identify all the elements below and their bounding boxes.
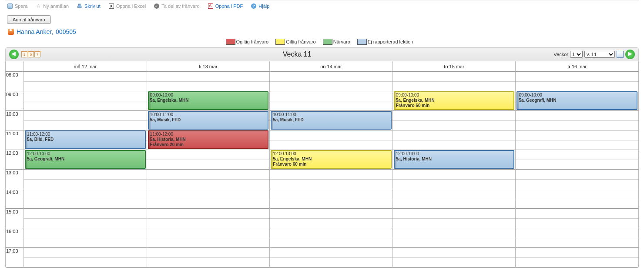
toolbar: Spara ☆ Ny anmälan 🖶 Skriv ut X Öppna i … — [5, 0, 639, 13]
day-link-tue[interactable]: ti 13 mar — [199, 64, 218, 69]
grid-row — [393, 219, 516, 229]
person-name: Hanna Anker, — [17, 28, 53, 35]
lesson-event[interactable]: 11:00-12:005a, Historia, MHNFrånvaro 20 … — [148, 130, 269, 149]
grid-row — [393, 121, 516, 131]
grid-row — [270, 248, 392, 258]
lesson-event[interactable]: 09:00-10:005a, Engelska, MHN — [148, 91, 269, 110]
grid-row — [24, 180, 147, 190]
time-slot: 09:00 — [6, 91, 23, 111]
grid-row — [270, 209, 392, 219]
legend-valid-label: Giltig frånvaro — [286, 39, 315, 44]
lesson-event[interactable]: 09:00-10:005a, Geografi, MHN — [517, 91, 637, 110]
grid-row — [393, 111, 516, 121]
open-pdf-label: Öppna i PDF — [215, 3, 243, 9]
help-icon: ? — [251, 3, 257, 9]
next-week-button[interactable]: ⯈ — [625, 50, 635, 59]
weeks-count-select[interactable]: 1 — [570, 51, 583, 58]
lesson-event[interactable]: 12:00-13:005a, Geografi, MHN — [25, 150, 146, 169]
day-link-mon[interactable]: må 12 mar — [74, 64, 97, 69]
save-icon — [7, 3, 13, 9]
grid-row — [24, 82, 147, 92]
open-excel-label: Öppna i Excel — [116, 3, 146, 9]
grid-row — [147, 189, 270, 199]
legend: Ogiltig frånvaro Giltig frånvaro Närvaro… — [5, 39, 639, 45]
check-icon: ✓ — [154, 3, 160, 9]
new-report-button[interactable]: ☆ Ny anmälan — [35, 3, 69, 9]
day-header-fri[interactable]: fr 16 mar — [516, 61, 638, 72]
mini-calendars: 1 5 7 — [21, 51, 40, 57]
person-icon — [8, 29, 14, 35]
grid-row — [24, 111, 147, 121]
open-pdf-button[interactable]: Öppna i PDF — [208, 3, 243, 9]
lesson-event[interactable]: 11:00-12:005a, Bild, FED — [25, 130, 146, 149]
day-header-wed[interactable]: on 14 mar — [270, 61, 393, 72]
print-icon: 🖶 — [77, 3, 83, 9]
print-button[interactable]: 🖶 Skriv ut — [77, 3, 101, 9]
grid-row — [147, 180, 270, 190]
grid-row — [516, 150, 638, 160]
swatch-red-icon — [226, 39, 235, 45]
grid-row — [516, 121, 638, 131]
calendar: må 12 mar ti 13 mar on 14 mar to 15 mar … — [5, 61, 639, 268]
week-select[interactable]: v. 11 — [584, 51, 615, 58]
time-slot: 16:00 — [6, 228, 23, 248]
grid-row — [270, 91, 392, 101]
lesson-event[interactable]: 12:00-13:005a, Engelska, MHNFrånvaro 60 … — [271, 150, 392, 169]
day-column-mon: 11:00-12:005a, Bild, FED12:00-13:005a, G… — [24, 72, 147, 267]
days-header: må 12 mar ti 13 mar on 14 mar to 15 mar … — [6, 61, 638, 72]
open-excel-button[interactable]: X Öppna i Excel — [108, 3, 146, 9]
star-icon: ☆ — [35, 3, 41, 9]
day-column-tue: 09:00-10:005a, Engelska, MHN10:00-11:005… — [147, 72, 270, 267]
day-header-tue[interactable]: ti 13 mar — [147, 61, 270, 72]
mini-cal-1[interactable]: 1 — [21, 51, 27, 57]
grid-row — [270, 72, 392, 82]
day-link-fri[interactable]: fr 16 mar — [567, 64, 587, 69]
lesson-event[interactable]: 09:00-10:005a, Engelska, MHNFrånvaro 60 … — [394, 91, 515, 110]
grid-row — [393, 170, 516, 180]
report-absence-button[interactable]: Anmäl frånvaro — [7, 15, 51, 24]
grid-row — [270, 82, 392, 92]
legend-unreported-label: Ej rapporterad lektion — [368, 39, 413, 44]
legend-valid: Giltig frånvaro — [275, 39, 315, 45]
grid-row — [270, 130, 392, 140]
grid-row — [393, 140, 516, 150]
help-button[interactable]: ? Hjälp — [251, 3, 269, 9]
grid-row — [147, 150, 270, 160]
weeks-label: Veckor — [553, 52, 568, 57]
week-bar: ⯇ 1 5 7 Vecka 11 Veckor 1 v. 11 ⯈ — [5, 47, 639, 61]
person-id: 000505 — [56, 28, 76, 35]
legend-unreported: Ej rapporterad lektion — [357, 39, 413, 45]
time-slot: 17:00 — [6, 248, 23, 267]
grid-row — [270, 258, 392, 268]
week-title: Vecka 11 — [283, 50, 312, 58]
day-link-thu[interactable]: to 15 mar — [444, 64, 464, 69]
grid-row — [147, 82, 270, 92]
grid-row — [393, 82, 516, 92]
lesson-event[interactable]: 10:00-11:005a, Musik, FED — [271, 111, 392, 130]
grid-row — [270, 180, 392, 190]
swatch-yellow-icon — [275, 39, 285, 45]
person-row: Hanna Anker, 000505 — [8, 28, 639, 35]
day-header-mon[interactable]: må 12 mar — [24, 61, 147, 72]
excel-icon: X — [108, 3, 114, 9]
lesson-event[interactable]: 10:00-11:005a, Musik, FED — [148, 111, 269, 130]
mini-cal-7[interactable]: 7 — [34, 51, 40, 57]
save-button[interactable]: Spara — [7, 3, 27, 9]
grid-row — [24, 101, 147, 111]
day-link-wed[interactable]: on 14 mar — [320, 64, 342, 69]
day-header-thu[interactable]: to 15 mar — [393, 61, 516, 72]
take-part-button[interactable]: ✓ Ta del av frånvaro — [154, 3, 199, 9]
grid-row — [270, 219, 392, 229]
prev-week-button[interactable]: ⯇ — [9, 50, 19, 59]
grid-row — [147, 258, 270, 268]
grid-row — [270, 199, 392, 209]
grid-row — [147, 199, 270, 209]
grid-row — [516, 82, 638, 92]
grid-row — [393, 228, 516, 238]
grid-row — [24, 91, 147, 101]
grid-row — [147, 219, 270, 229]
mini-cal-5[interactable]: 5 — [28, 51, 34, 57]
legend-attendance: Närvaro — [323, 39, 350, 45]
calendar-icon[interactable] — [617, 51, 624, 58]
lesson-event[interactable]: 12:00-13:005a, Historia, MHN — [394, 150, 515, 169]
